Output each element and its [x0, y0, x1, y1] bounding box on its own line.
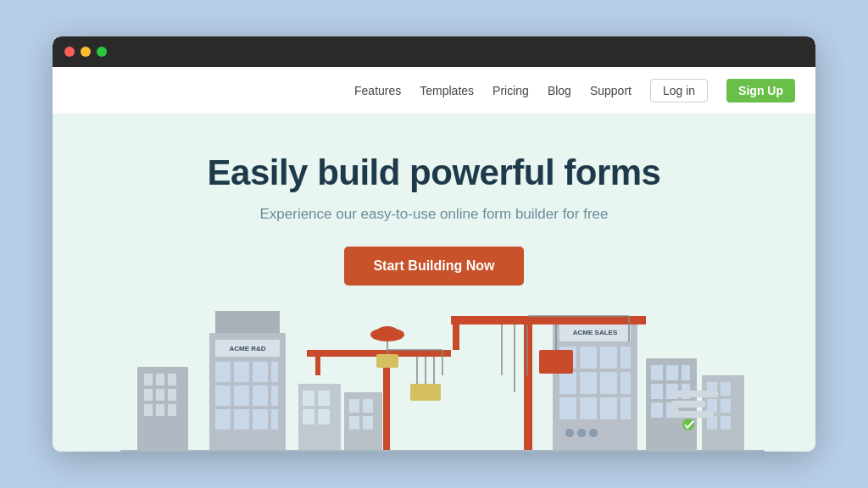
svg-rect-9: [168, 404, 176, 416]
svg-rect-41: [600, 347, 617, 369]
svg-rect-43: [559, 372, 576, 394]
svg-rect-29: [303, 409, 314, 424]
signup-button[interactable]: Sign Up: [726, 79, 795, 103]
hero-subtitle: Experience our easy-to-use online form b…: [259, 206, 608, 223]
browser-content: Features Templates Pricing Blog Support …: [53, 67, 815, 452]
svg-rect-24: [253, 409, 268, 430]
svg-rect-32: [349, 399, 359, 413]
svg-rect-23: [234, 409, 249, 430]
svg-rect-11: [215, 311, 280, 333]
svg-point-52: [577, 429, 586, 437]
nav-templates[interactable]: Templates: [420, 84, 474, 97]
nav-pricing[interactable]: Pricing: [492, 84, 529, 97]
svg-rect-72: [315, 350, 320, 375]
svg-rect-33: [363, 399, 373, 413]
svg-rect-48: [580, 397, 597, 419]
nav-support[interactable]: Support: [590, 84, 632, 97]
svg-rect-3: [168, 374, 176, 385]
svg-rect-5: [156, 389, 164, 401]
svg-rect-17: [271, 362, 278, 382]
svg-rect-76: [410, 384, 441, 401]
svg-point-53: [589, 429, 598, 437]
svg-rect-7: [144, 404, 153, 416]
svg-rect-69: [721, 416, 731, 430]
navbar: Features Templates Pricing Blog Support …: [53, 67, 815, 114]
svg-point-90: [377, 326, 398, 336]
hero-illustration: ACME R&D: [53, 311, 815, 452]
svg-rect-61: [651, 402, 663, 418]
svg-point-51: [565, 429, 574, 437]
svg-rect-42: [620, 347, 631, 369]
svg-rect-6: [168, 389, 176, 401]
svg-rect-81: [453, 316, 459, 350]
svg-rect-16: [253, 362, 268, 382]
svg-rect-79: [524, 316, 532, 452]
svg-rect-21: [271, 385, 278, 406]
svg-rect-80: [451, 316, 646, 324]
svg-rect-8: [156, 404, 164, 416]
browser-window: Features Templates Pricing Blog Support …: [53, 36, 815, 452]
svg-rect-15: [234, 362, 249, 382]
svg-rect-18: [215, 385, 231, 406]
svg-rect-20: [253, 385, 268, 406]
svg-rect-56: [666, 365, 678, 380]
svg-rect-22: [215, 409, 231, 430]
svg-rect-93: [120, 450, 765, 452]
svg-rect-95: [671, 401, 705, 408]
svg-rect-49: [600, 397, 617, 419]
nav-links: Features Templates Pricing Blog Support …: [354, 79, 795, 103]
svg-text:ACME SALES: ACME SALES: [573, 329, 618, 336]
hero-title: Easily build powerful forms: [208, 152, 661, 194]
svg-rect-35: [363, 416, 373, 430]
svg-rect-57: [682, 365, 690, 380]
svg-rect-1: [144, 374, 153, 385]
svg-rect-19: [234, 385, 249, 406]
svg-rect-47: [559, 397, 576, 419]
cta-button[interactable]: Start Building Now: [344, 247, 523, 286]
svg-rect-4: [144, 389, 153, 401]
svg-rect-58: [651, 384, 663, 399]
svg-rect-55: [651, 365, 663, 380]
svg-rect-66: [707, 399, 717, 413]
dot-red[interactable]: [64, 47, 75, 57]
svg-rect-67: [721, 399, 731, 413]
svg-rect-25: [271, 409, 278, 430]
browser-dots: [64, 47, 107, 57]
hero-section: Easily build powerful forms Experience o…: [53, 114, 815, 452]
svg-rect-68: [707, 416, 717, 430]
nav-blog[interactable]: Blog: [548, 84, 571, 97]
dot-yellow[interactable]: [81, 47, 91, 57]
svg-rect-14: [215, 362, 231, 382]
svg-rect-65: [721, 382, 731, 396]
browser-titlebar: [53, 36, 815, 67]
svg-rect-45: [600, 372, 617, 394]
svg-rect-50: [620, 397, 631, 419]
svg-rect-85: [539, 350, 573, 374]
svg-rect-94: [671, 391, 718, 397]
svg-rect-30: [318, 409, 330, 424]
svg-rect-34: [349, 416, 359, 430]
svg-rect-28: [318, 391, 330, 406]
svg-point-97: [682, 419, 694, 430]
dot-green[interactable]: [97, 47, 107, 57]
login-button[interactable]: Log in: [650, 79, 708, 103]
svg-rect-44: [580, 372, 597, 394]
svg-rect-96: [671, 411, 714, 418]
svg-rect-46: [620, 372, 631, 394]
svg-rect-40: [580, 347, 597, 369]
svg-rect-92: [376, 354, 398, 368]
svg-rect-27: [303, 391, 314, 406]
nav-features[interactable]: Features: [354, 84, 401, 97]
svg-text:ACME R&D: ACME R&D: [229, 345, 265, 352]
svg-rect-2: [156, 374, 164, 385]
